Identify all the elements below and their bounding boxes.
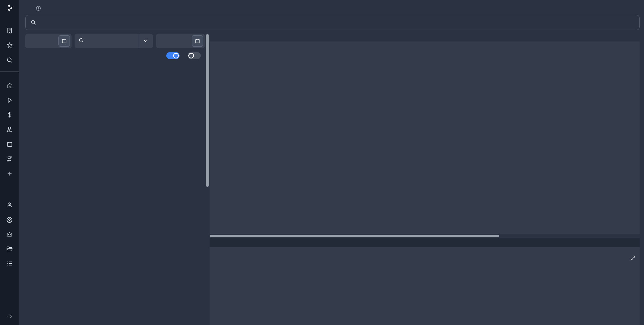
horizontal-scrollbar[interactable]	[210, 234, 640, 238]
windmill-logo-icon[interactable]	[6, 4, 14, 13]
collapse-arrow-icon[interactable]	[5, 312, 14, 320]
variables-icon[interactable]	[5, 111, 14, 119]
search-input[interactable]	[40, 19, 635, 26]
content-row	[25, 34, 640, 325]
calendar-icon	[61, 38, 67, 44]
expand-icon[interactable]	[595, 249, 636, 269]
hscrollbar-thumb[interactable]	[210, 235, 499, 237]
folders-icon[interactable]	[5, 245, 14, 253]
logfiles-dropdown-button[interactable]	[138, 34, 153, 48]
audit-logs-list-icon[interactable]	[5, 259, 14, 268]
service-logs-page	[0, 0, 644, 325]
workspace-icon[interactable]	[5, 26, 14, 35]
settings-gear-icon[interactable]	[5, 215, 14, 224]
log-panel-top[interactable]	[210, 42, 640, 234]
main-content	[19, 0, 644, 325]
log-section-header	[210, 238, 640, 247]
refresh-icon	[78, 37, 84, 45]
sidebar-divider	[0, 71, 19, 72]
sidebar	[0, 0, 19, 325]
flows-route-icon[interactable]	[5, 155, 14, 163]
toggles-row	[25, 52, 205, 59]
logfiles-selector[interactable]	[75, 34, 153, 48]
home-icon[interactable]	[5, 81, 14, 90]
workers-robot-icon[interactable]	[5, 230, 14, 238]
log-panel-scrollbar[interactable]	[206, 34, 209, 325]
max-datetime-calendar-button[interactable]	[192, 35, 203, 47]
info-icon[interactable]	[36, 6, 41, 12]
user-icon[interactable]	[5, 200, 14, 209]
scrollbar-thumb[interactable]	[206, 34, 209, 187]
favorites-star-icon[interactable]	[5, 41, 14, 50]
runs-icon[interactable]	[5, 96, 14, 105]
auto-refresh-toggle[interactable]	[166, 52, 180, 59]
filters-row	[25, 34, 205, 48]
add-plus-icon[interactable]	[5, 169, 14, 178]
logs-column	[210, 34, 640, 325]
log-panel-bottom[interactable]	[210, 247, 640, 325]
delay-banner	[210, 34, 640, 42]
search-icon	[30, 19, 36, 26]
schedules-icon[interactable]	[5, 140, 14, 149]
resources-icon[interactable]	[5, 125, 14, 134]
min-datetime-filter[interactable]	[25, 34, 72, 48]
titlebar	[32, 6, 640, 12]
chevron-down-icon	[143, 38, 148, 44]
max-datetime-filter[interactable]	[156, 34, 205, 48]
search-nav-icon[interactable]	[5, 56, 14, 64]
calendar-icon	[195, 38, 200, 44]
errors-toggle[interactable]	[188, 52, 201, 59]
min-datetime-calendar-button[interactable]	[58, 35, 70, 47]
workers-column	[25, 34, 205, 325]
search-bar[interactable]	[25, 15, 640, 30]
